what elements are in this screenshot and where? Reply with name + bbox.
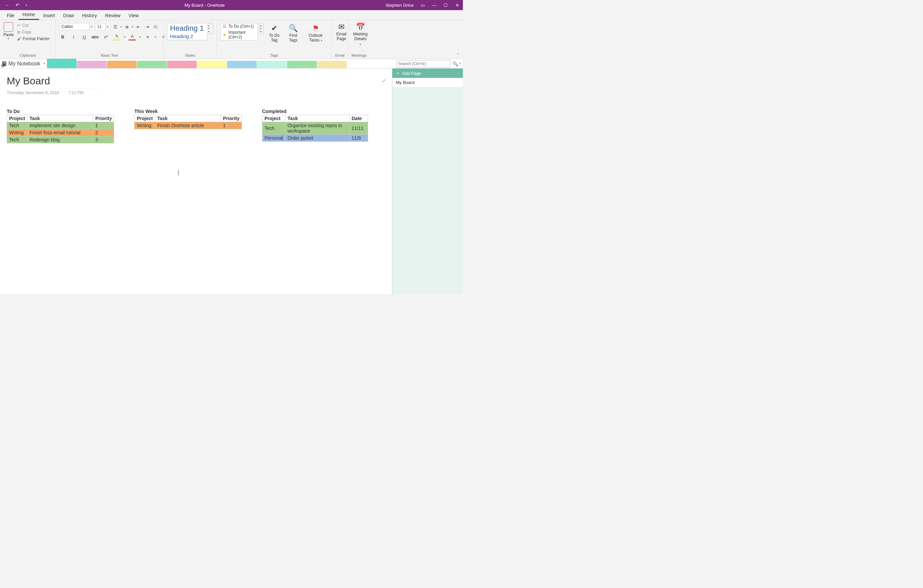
tags-up-icon[interactable]: ▴ [260,24,263,27]
add-page-button[interactable]: ＋Add Page [393,69,463,78]
align-dd[interactable]: ▾ [155,35,156,38]
italic-button[interactable]: I [70,33,77,41]
align-button[interactable]: ≡ [144,33,151,41]
font-dropdown-icon[interactable]: ▾ [91,25,92,28]
find-tags-button[interactable]: 🔍Find Tags [284,23,302,44]
styles-more-icon[interactable]: ▾ [208,30,212,33]
table-cell[interactable]: Personal [262,135,285,142]
table-cell[interactable]: Writing [7,129,27,136]
numbered-list-icon[interactable]: ≣ [123,23,131,30]
paste-icon[interactable] [4,22,13,32]
table-cell[interactable]: Tech [7,136,27,143]
column-header[interactable]: Project [135,115,155,122]
email-page-button[interactable]: ✉Email Page [333,21,349,42]
section-tab[interactable] [77,61,107,68]
tag-item[interactable]: ☑To Do (Ctrl+1) [221,23,258,30]
close-icon[interactable]: ✕ [452,3,463,8]
table-cell[interactable]: Organize existing repos in workspace [286,122,350,135]
search-input[interactable] [396,60,450,67]
heading1-style[interactable]: Heading 1 [170,24,204,33]
tab-history[interactable]: History [78,11,101,20]
section-tab[interactable] [47,59,77,68]
board-table[interactable]: ProjectTaskPriorityTechImplement site de… [7,115,114,143]
font-family-select[interactable]: Calibri [59,23,89,30]
section-tab[interactable] [257,61,287,68]
indent-icon[interactable]: ⇥ [143,23,151,30]
font-color-dd[interactable]: ▾ [139,35,141,38]
minimize-icon[interactable]: — [429,3,440,8]
superscript-button[interactable]: x² [102,33,110,41]
font-color-button[interactable]: A [128,33,136,41]
back-icon[interactable]: ← [5,2,10,8]
table-row[interactable]: WritingFinish OneNote article1 [135,122,241,129]
section-tab[interactable] [317,61,347,68]
table-row[interactable]: TechRedesign blog3 [7,136,114,143]
collapse-ribbon-icon[interactable]: ⌃ [456,53,460,57]
copy-button[interactable]: ⧉Copy [17,30,49,34]
notebook-name[interactable]: My Notebook [7,61,41,67]
tags-gallery[interactable]: ☑To Do (Ctrl+1)★Important (Ctrl+2) [220,23,258,41]
column-header[interactable]: Task [286,115,350,122]
styles-gallery[interactable]: Heading 1 Heading 2 [167,23,207,40]
user-name[interactable]: Stephen Grice [382,3,417,8]
table-cell[interactable]: Tech [262,122,285,135]
section-tab[interactable] [107,61,136,68]
meeting-details-button[interactable]: 📅Meeting Details ▾ [350,21,370,47]
clear-formatting-icon[interactable]: A⃠ [152,23,159,30]
column-header[interactable]: Date [350,115,368,122]
table-cell[interactable]: Finish foss-email tutorial [27,129,93,136]
styles-up-icon[interactable]: ▴ [208,24,212,27]
section-tab[interactable] [167,61,197,68]
column-header[interactable]: Priority [93,115,114,122]
underline-button[interactable]: U [80,33,88,41]
paste-dropdown-icon[interactable]: ▾ [8,37,9,40]
table-cell[interactable]: 11/9 [350,135,368,142]
table-cell[interactable]: Finish OneNote article [155,122,221,129]
column-header[interactable]: Task [155,115,221,122]
column-header[interactable]: Task [27,115,93,122]
cut-button[interactable]: ✄Cut [17,23,49,28]
outdent-icon[interactable]: ⇤ [135,23,142,30]
search-field[interactable] [398,61,449,66]
table-row[interactable]: TechOrganize existing repos in workspace… [262,122,368,135]
maximize-icon[interactable]: ☐ [440,3,452,8]
table-cell[interactable]: Writing [135,122,155,129]
highlight-dd[interactable]: ▾ [124,35,125,38]
column-header[interactable]: Project [7,115,27,122]
styles-down-icon[interactable]: ▾ [208,27,212,30]
numbered-dd[interactable]: ▾ [132,25,133,28]
ribbon-display-icon[interactable]: ▭ [417,3,429,8]
bold-button[interactable]: B [59,33,66,41]
search-icon[interactable]: 🔍 [452,61,458,66]
section-tab[interactable] [137,61,167,68]
table-cell[interactable]: 3 [93,136,114,143]
tag-item[interactable]: ★Important (Ctrl+2) [221,30,258,40]
notebook-dropdown-icon[interactable]: ▾ [44,62,45,65]
tab-view[interactable]: View [125,11,143,20]
table-row[interactable]: TechImplement site design1 [7,122,114,129]
outlook-tasks-button[interactable]: ⚑Outlook Tasks ▾ [303,23,328,44]
tags-down-icon[interactable]: ▾ [260,27,263,30]
column-header[interactable]: Priority [221,115,241,122]
table-cell[interactable]: Redesign blog [27,136,93,143]
page-canvas[interactable]: My Board Thursday, November 8, 2018 7:21… [0,69,392,294]
bullet-list-icon[interactable]: ☰ [112,23,119,30]
paste-button[interactable]: Paste [3,32,14,37]
heading2-style[interactable]: Heading 2 [170,33,204,39]
tags-more-icon[interactable]: ▾ [260,30,263,33]
page-list-item[interactable]: My Board [393,78,463,87]
board-table[interactable]: ProjectTaskDateTechOrganize existing rep… [262,115,368,142]
table-cell[interactable]: Implement site design [27,122,93,129]
table-cell[interactable]: Order jacket [286,135,350,142]
tab-insert[interactable]: Insert [39,11,59,20]
board-table[interactable]: ProjectTaskPriorityWritingFinish OneNote… [134,115,241,129]
highlight-button[interactable]: ✎ [113,33,120,41]
tab-file[interactable]: File [3,11,18,20]
size-dropdown-icon[interactable]: ▾ [107,25,108,28]
section-tab[interactable] [287,61,317,68]
todo-tag-button[interactable]: ✔To Do Tag [265,23,283,44]
page-title[interactable]: My Board [7,75,385,87]
expand-icon[interactable]: ⤢ [382,78,386,83]
tab-draw[interactable]: Draw [59,11,78,20]
sync-status-icon[interactable]: ↺ [1,63,5,69]
